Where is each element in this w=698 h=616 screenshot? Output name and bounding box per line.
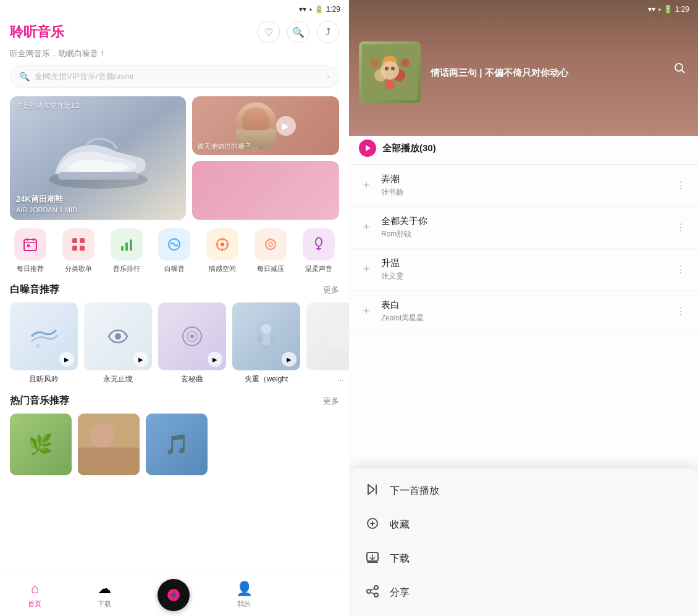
song-info-3: 升温 张义雯 bbox=[381, 257, 673, 281]
right-signal-icon: ▪ bbox=[658, 5, 660, 14]
context-menu: 下一首播放 收藏 下载 bbox=[349, 468, 698, 616]
now-playing-header: ‹ 情话两三句 | 不偏不倚只对你动心 bbox=[349, 0, 698, 136]
nav-mine[interactable]: 👤 我的 bbox=[226, 576, 263, 614]
song-item-4[interactable]: + 表白 Zealot周星星 ⋮ bbox=[349, 291, 698, 333]
cat-daily[interactable]: 每日推荐 bbox=[14, 228, 46, 273]
song-item-1[interactable]: + 弄潮 张书扬 ⋮ bbox=[349, 165, 698, 207]
right-panel: ▾▾ ▪ 🔋 1:29 ‹ bbox=[349, 0, 698, 616]
now-playing-title: 情话两三句 | 不偏不倚只对你动心 bbox=[431, 66, 688, 79]
svg-rect-8 bbox=[80, 238, 85, 243]
cat-noise-icon bbox=[158, 228, 190, 260]
song-item-3[interactable]: + 升温 张义雯 ⋮ bbox=[349, 249, 698, 291]
noise-name-weightless: 失重（weight bbox=[245, 374, 288, 385]
song-name-1: 弄潮 bbox=[381, 173, 673, 185]
hot-thumb-1[interactable]: 🌿 bbox=[10, 414, 72, 475]
song-more-3[interactable]: ⋮ bbox=[673, 262, 688, 277]
signal-icon: ▪ bbox=[309, 5, 311, 14]
mystery-play-icon[interactable]: ▶ bbox=[208, 352, 222, 367]
song-more-1[interactable]: ⋮ bbox=[673, 178, 688, 193]
collect-icon bbox=[364, 517, 381, 533]
nav-center-vinyl[interactable] bbox=[158, 579, 190, 611]
svg-point-22 bbox=[269, 243, 272, 246]
song-more-4[interactable]: ⋮ bbox=[673, 304, 688, 319]
search-icon: 🔍 bbox=[19, 72, 30, 81]
nav-download[interactable]: ☁ 下载 bbox=[88, 576, 121, 614]
play-all-button[interactable] bbox=[359, 139, 376, 157]
context-collect[interactable]: 收藏 bbox=[349, 508, 698, 542]
song-artist-1: 张书扬 bbox=[381, 187, 673, 198]
nav-home-label: 首页 bbox=[28, 599, 41, 609]
context-next[interactable]: 下一首播放 bbox=[349, 474, 698, 508]
song-name-4: 表白 bbox=[381, 299, 673, 311]
song-artist-4: Zealot周星星 bbox=[381, 313, 673, 323]
infinite-play-icon[interactable]: ▶ bbox=[133, 352, 148, 367]
cat-classify-icon bbox=[62, 228, 95, 260]
vinyl-icon bbox=[167, 589, 180, 601]
header-icons: ♡ 🔍 ⤴ bbox=[258, 21, 339, 43]
left-status-bar: ▾▾ ▪ 🔋 1:29 bbox=[0, 0, 349, 17]
play-overlay-icon[interactable]: ▶ bbox=[276, 116, 296, 136]
svg-point-53 bbox=[391, 67, 395, 70]
search-bar[interactable]: 🔍 全网无损VIP音乐/音频/asmr › bbox=[10, 65, 339, 88]
song-add-2[interactable]: + bbox=[359, 220, 374, 235]
cat-classify-label: 分类歌单 bbox=[65, 264, 92, 273]
app-subtitle: 听全网音乐，助眠白噪音！ bbox=[0, 48, 349, 65]
context-share-label: 分享 bbox=[390, 586, 410, 599]
svg-rect-38 bbox=[327, 323, 349, 350]
noise-card-infinite[interactable]: ▶ 永无止境 bbox=[84, 302, 152, 385]
svg-rect-10 bbox=[80, 246, 85, 251]
svg-point-21 bbox=[266, 239, 275, 249]
cat-noise[interactable]: 白噪音 bbox=[158, 228, 190, 273]
album-art bbox=[359, 41, 421, 103]
cat-gentle[interactable]: 温柔声音 bbox=[303, 228, 335, 273]
cat-emotion-icon bbox=[206, 228, 238, 260]
share-icon-ctx bbox=[364, 585, 381, 601]
song-item-2[interactable]: + 全都关于你 Rom那锐 ⋮ bbox=[349, 207, 698, 249]
svg-point-32 bbox=[261, 324, 271, 334]
hot-thumb-2[interactable] bbox=[78, 414, 140, 475]
search-placeholder: 全网无损VIP音乐/音频/asmr bbox=[35, 71, 327, 82]
noise-thumb-mystery: ▶ bbox=[158, 302, 226, 370]
song-add-3[interactable]: + bbox=[359, 262, 374, 277]
svg-rect-1 bbox=[58, 172, 138, 180]
noise-card-mystery[interactable]: ▶ 玄秘曲 bbox=[158, 302, 226, 385]
song-add-1[interactable]: + bbox=[359, 178, 374, 193]
banner-side-girl[interactable]: ▶ 被天使吻过的嗓子... bbox=[192, 96, 339, 155]
song-info-2: 全都关于你 Rom那锐 bbox=[381, 215, 673, 239]
hot-thumb-3[interactable]: 🎵 bbox=[146, 414, 208, 475]
banner-main[interactable]: 但是价格却便宜近1/2！ 24K莆田潮鞋 AIR JORDAN 1 MID bbox=[10, 96, 186, 220]
wind-play-icon[interactable]: ▶ bbox=[59, 352, 74, 367]
noise-card-extra[interactable]: ... bbox=[306, 302, 349, 385]
weightless-play-icon[interactable]: ▶ bbox=[282, 352, 296, 367]
heart-button[interactable]: ♡ bbox=[258, 21, 280, 43]
cat-emotion[interactable]: 情感空间 bbox=[206, 228, 238, 273]
share-button[interactable]: ⤴ bbox=[317, 21, 339, 43]
song-add-4[interactable]: + bbox=[359, 304, 374, 319]
svg-rect-33 bbox=[261, 334, 271, 345]
hot-more-btn[interactable]: 更多 bbox=[323, 396, 339, 407]
banner-side-pink[interactable] bbox=[192, 161, 339, 220]
right-status-bar: ▾▾ ▪ 🔋 1:29 bbox=[349, 0, 698, 17]
banner-main-label: 24K莆田潮鞋 AIR JORDAN 1 MID bbox=[16, 194, 77, 215]
svg-rect-11 bbox=[121, 246, 124, 251]
cat-gentle-label: 温柔声音 bbox=[305, 264, 332, 273]
right-status-icons: ▾▾ ▪ 🔋 1:29 bbox=[648, 5, 689, 14]
nav-mine-label: 我的 bbox=[237, 599, 251, 609]
cat-chart[interactable]: 音乐排行 bbox=[111, 228, 143, 273]
context-share[interactable]: 分享 bbox=[349, 576, 698, 610]
noise-more-btn[interactable]: 更多 bbox=[323, 285, 339, 296]
cat-relax[interactable]: 每日减压 bbox=[254, 228, 287, 273]
svg-point-63 bbox=[374, 586, 378, 589]
search-button[interactable]: 🔍 bbox=[287, 21, 309, 43]
noise-card-weightless[interactable]: ▶ 失重（weight bbox=[232, 302, 300, 385]
svg-rect-41 bbox=[78, 447, 140, 475]
cat-classify[interactable]: 分类歌单 bbox=[62, 228, 95, 273]
song-more-2[interactable]: ⋮ bbox=[673, 220, 688, 235]
wifi-icon: ▾▾ bbox=[299, 5, 306, 14]
nav-home[interactable]: ⌂ 首页 bbox=[18, 576, 51, 614]
noise-card-wind[interactable]: ▶ 且听风吟 bbox=[10, 302, 78, 385]
noise-thumb-extra bbox=[306, 302, 349, 370]
context-download[interactable]: 下载 bbox=[349, 542, 698, 576]
svg-rect-35 bbox=[270, 335, 275, 343]
next-play-icon bbox=[364, 483, 381, 499]
